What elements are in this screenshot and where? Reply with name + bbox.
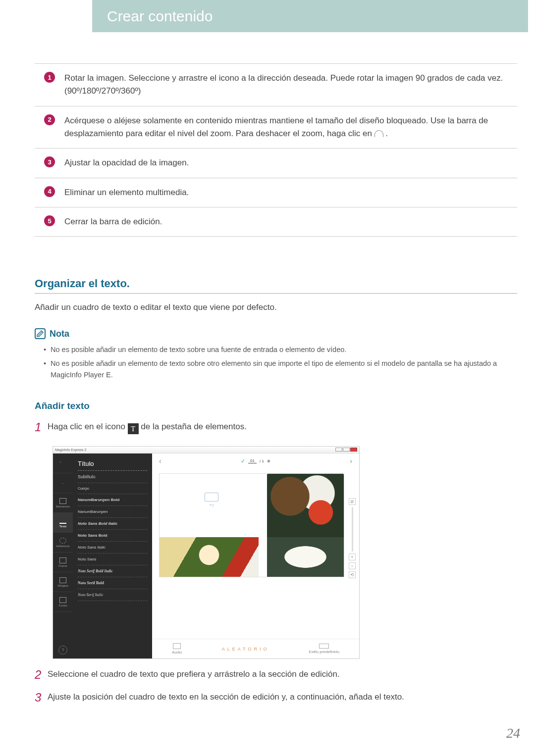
sidebar-text[interactable]: Texto — [53, 513, 73, 533]
sidebar-home[interactable]: ⌂ — [53, 454, 73, 473]
page-content: 1 Rotar la imagen. Seleccione y arrastre… — [35, 63, 517, 705]
text-icon — [59, 518, 66, 524]
next-page-button[interactable]: › — [350, 457, 352, 465]
maximize-icon[interactable] — [343, 448, 350, 452]
row-text: Acérquese o aléjese solamente en conteni… — [64, 114, 517, 141]
speaker-icon — [173, 643, 181, 649]
step-badge-3: 3 — [44, 156, 55, 167]
note-block: Nota No es posible añadir un elemento de… — [35, 328, 517, 381]
page-header: Crear contenido — [96, 0, 528, 32]
note-label: Nota — [50, 329, 69, 339]
note-heading: Nota — [35, 328, 517, 339]
preset-icon — [319, 644, 329, 649]
widgets-icon — [59, 577, 66, 583]
page-number: 24 — [506, 725, 520, 741]
zoom-out-button[interactable]: − — [349, 562, 356, 569]
section-heading-organize-text: Organizar el texto. — [35, 277, 517, 294]
header-accent — [92, 0, 96, 32]
table-row: 2 Acérquese o aléjese solamente en conte… — [35, 106, 517, 149]
canvas[interactable]: TV — [159, 473, 344, 577]
sidebar-widgets[interactable]: Widgets — [53, 572, 73, 592]
style-subtitle[interactable]: Subtítulo — [78, 471, 147, 483]
close-icon[interactable] — [350, 448, 357, 452]
font-item[interactable]: NanumBarunpen — [78, 506, 147, 518]
font-item[interactable]: Noto Sans — [78, 554, 147, 565]
zoom-reset-button[interactable]: ⟲ — [349, 571, 356, 578]
editor-toolbar: ‹ ✓ 01 / 1 ⊕ › — [152, 454, 359, 468]
step-number: 3 — [35, 691, 48, 705]
app-sidebar: ⌂ ← Elementos Texto Adhesivos Frame Widg… — [53, 454, 73, 658]
section-heading-add-text: Añadir texto — [35, 401, 517, 411]
font-item[interactable]: Noto Serif Italic — [78, 589, 147, 601]
page-total: / 1 — [260, 459, 264, 463]
note-item: No es posible añadir un elemento de text… — [44, 344, 517, 355]
editor-footer: Audio ALEATORIO Estilo predefinido — [152, 639, 359, 658]
font-item[interactable]: NanumBarunpen Bold — [78, 494, 147, 506]
audio-control[interactable]: Audio — [172, 643, 182, 655]
font-item[interactable]: Noto Sans Bold — [78, 530, 147, 542]
style-title[interactable]: Título — [78, 456, 147, 471]
page-indicator: 01 — [248, 458, 257, 463]
canvas-image-bottom-right[interactable] — [267, 537, 344, 577]
check-icon[interactable]: ✓ — [241, 458, 245, 464]
table-row: 4 Eliminar un elemento multimedia. — [35, 178, 517, 207]
table-row: 5 Cerrar la barra de edición. — [35, 207, 517, 237]
home-icon: ⌂ — [59, 460, 66, 466]
help-button[interactable]: ? — [58, 646, 67, 655]
editor-main: ‹ ✓ 01 / 1 ⊕ › TV — [152, 454, 359, 658]
random-button[interactable]: ALEATORIO — [222, 647, 269, 652]
step-text: Seleccione el cuadro de texto que prefie… — [48, 668, 517, 681]
window-controls[interactable] — [335, 448, 357, 452]
window-titlebar: MagicInfo Express 2 — [53, 447, 359, 454]
tv-placeholder[interactable]: TV — [199, 493, 224, 513]
frame-icon — [59, 557, 66, 563]
minimize-icon[interactable] — [335, 448, 342, 452]
table-row: 1 Rotar la imagen. Seleccione y arrastre… — [35, 63, 517, 106]
table-row: 3 Ajustar la opacidad de la imagen. — [35, 148, 517, 177]
tv-icon — [205, 493, 218, 502]
zoom-slider[interactable] — [352, 507, 353, 552]
canvas-image-bottom-left[interactable] — [160, 537, 259, 577]
row-text: Ajustar la opacidad de la imagen. — [64, 156, 517, 169]
background-icon — [59, 597, 66, 603]
font-item[interactable]: Noto Serif Bold — [78, 577, 147, 589]
section-body: Añadir un cuadro de texto o editar el te… — [35, 302, 517, 312]
note-item: No es posible añadir un elemento de text… — [44, 358, 517, 381]
font-item[interactable]: Noto Sans Italic — [78, 542, 147, 554]
sidebar-stickers[interactable]: Adhesivos — [53, 533, 73, 553]
sidebar-frame[interactable]: Frame — [53, 553, 73, 572]
text-styles-panel: Título Subtítulo Cuerpo NanumBarunpen Bo… — [73, 454, 152, 658]
window-title: MagicInfo Express 2 — [55, 448, 86, 452]
row-text: Eliminar un elemento multimedia. — [64, 186, 517, 199]
arrow-left-icon: ← — [61, 482, 64, 485]
font-item[interactable]: Noto Sans Bold Italic — [78, 518, 147, 530]
icon-description-table: 1 Rotar la imagen. Seleccione y arrastre… — [35, 63, 517, 237]
step-text: Haga clic en el icono T de la pestaña de… — [48, 420, 517, 434]
step-row: 1 Haga clic en el icono T de la pestaña … — [35, 420, 517, 434]
prev-page-button[interactable]: ‹ — [159, 457, 161, 465]
note-list: No es posible añadir un elemento de text… — [35, 344, 517, 381]
step-badge-2: 2 — [44, 114, 55, 125]
step-row: 3 Ajuste la posición del cuadro de texto… — [35, 691, 517, 705]
step-badge-4: 4 — [44, 186, 55, 197]
row-text: Cerrar la barra de edición. — [64, 215, 517, 228]
editor-canvas-area: TV ⊘ + − ⟲ — [152, 468, 359, 639]
canvas-image-top[interactable] — [267, 474, 344, 538]
stickers-icon — [59, 538, 66, 544]
undo-zoom-icon — [374, 130, 383, 137]
note-icon — [35, 328, 46, 339]
font-item[interactable]: Noto Serif Bold Italic — [78, 565, 147, 577]
step-number: 1 — [35, 420, 48, 434]
style-body[interactable]: Cuerpo — [78, 483, 147, 494]
preset-style-control[interactable]: Estilo predefinido — [309, 644, 339, 654]
row-text: Rotar la imagen. Seleccione y arrastre e… — [64, 72, 517, 98]
sidebar-background[interactable]: Fondo — [53, 592, 73, 612]
sidebar-elements[interactable]: Elementos — [53, 493, 73, 513]
undo-button[interactable]: ⊘ — [349, 498, 356, 505]
zoom-in-button[interactable]: + — [349, 554, 356, 560]
sidebar-back[interactable]: ← — [53, 473, 73, 493]
page-title: Crear contenido — [107, 8, 213, 24]
add-page-icon[interactable]: ⊕ — [267, 459, 270, 463]
text-tool-icon: T — [128, 423, 139, 434]
step-text: Ajuste la posición del cuadro de texto e… — [48, 691, 517, 704]
